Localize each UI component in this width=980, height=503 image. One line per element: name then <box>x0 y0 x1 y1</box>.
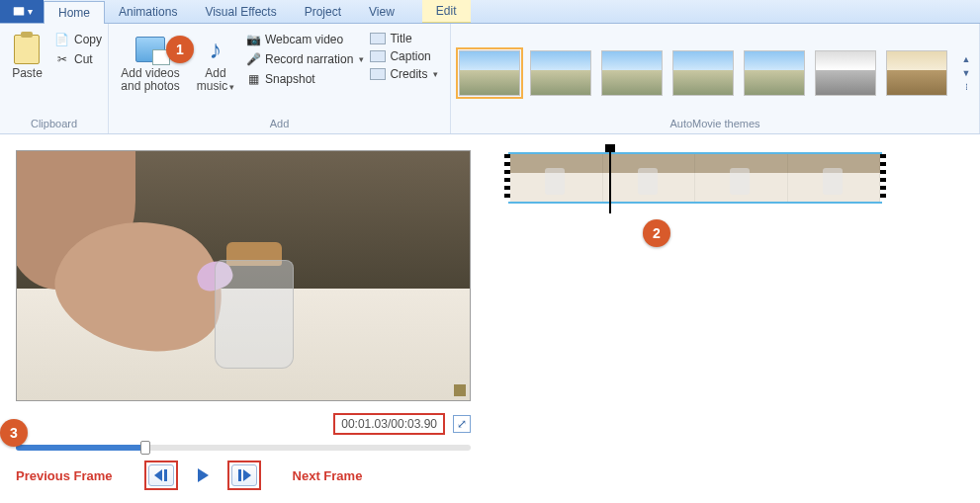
add-music-button[interactable]: ♪ Add music <box>192 28 239 94</box>
timeline-playhead[interactable] <box>609 146 611 213</box>
seek-thumb[interactable] <box>140 441 150 455</box>
automovie-theme-3[interactable] <box>601 50 663 96</box>
automovie-theme-5[interactable] <box>744 50 805 96</box>
automovie-theme-4[interactable] <box>672 50 734 96</box>
automovie-theme-1[interactable] <box>459 50 520 96</box>
add-videos-icon <box>134 34 166 65</box>
credits-icon <box>370 68 386 80</box>
clip-frame <box>788 154 881 202</box>
caption-icon <box>370 50 386 62</box>
automovie-theme-6[interactable] <box>815 50 876 96</box>
tab-view[interactable]: View <box>355 0 408 23</box>
work-area: 00:01.03/00:03.90 ⤢ 3 Previous Frame <box>0 134 980 503</box>
tab-home[interactable]: Home <box>44 1 105 24</box>
gallery-up-icon[interactable]: ▲ <box>957 54 975 64</box>
play-icon <box>195 467 211 483</box>
play-button[interactable] <box>188 464 218 486</box>
paste-label: Paste <box>12 67 43 80</box>
next-frame-button[interactable] <box>231 464 257 486</box>
add-videos-label-2: and photos <box>121 80 179 93</box>
next-frame-highlight <box>227 461 261 490</box>
time-display: 00:01.03/00:03.90 <box>333 413 445 435</box>
add-group-label: Add <box>109 116 450 133</box>
cut-button[interactable]: ✂ Cut <box>54 51 102 67</box>
clip-frame <box>510 154 603 202</box>
annotation-badge-3: 3 <box>0 419 28 447</box>
seek-slider[interactable] <box>16 445 471 451</box>
add-music-label-2: music <box>197 80 234 94</box>
caption-button[interactable]: Caption <box>370 49 439 63</box>
svg-rect-2 <box>238 469 241 481</box>
webcam-label: Webcam video <box>265 33 343 46</box>
step-back-icon <box>154 469 168 481</box>
gallery-more-icon[interactable]: ⁞ <box>957 82 975 92</box>
clip-frame <box>603 154 696 202</box>
video-preview[interactable] <box>16 150 471 401</box>
menu-bar: ▾ Home Animations Visual Effects Project… <box>0 0 980 24</box>
previous-frame-label: Previous Frame <box>16 468 113 483</box>
app-menu-button[interactable]: ▾ <box>0 0 44 23</box>
title-button[interactable]: Title <box>370 32 439 45</box>
snapshot-button[interactable]: ▦ Snapshot <box>245 71 364 87</box>
note-icon <box>454 384 466 396</box>
prev-frame-highlight <box>144 461 178 490</box>
clipboard-group-label: Clipboard <box>0 116 108 133</box>
caption-label: Caption <box>390 49 430 63</box>
gallery-down-icon[interactable]: ▼ <box>957 68 975 78</box>
record-label: Record narration <box>265 52 353 66</box>
svg-rect-1 <box>164 469 167 481</box>
paste-button[interactable]: Paste <box>6 28 48 80</box>
webcam-button[interactable]: 📷 Webcam video <box>245 32 364 47</box>
timeline-clip[interactable] <box>508 152 882 204</box>
music-icon: ♪ <box>200 34 231 65</box>
credits-label: Credits <box>390 67 427 81</box>
fullscreen-button[interactable]: ⤢ <box>453 415 471 433</box>
tab-project[interactable]: Project <box>291 0 355 23</box>
title-label: Title <box>390 32 411 45</box>
gallery-scroll[interactable]: ▲ ▼ ⁞ <box>957 30 975 116</box>
copy-label: Copy <box>74 33 102 46</box>
step-forward-icon <box>237 469 251 481</box>
svg-rect-0 <box>13 7 24 15</box>
record-narration-button[interactable]: 🎤 Record narration <box>245 51 364 67</box>
tab-visual-effects[interactable]: Visual Effects <box>191 0 290 23</box>
ribbon: Paste 📄 Copy ✂ Cut Clipboard 1 Add video… <box>0 24 980 134</box>
automovie-theme-2[interactable] <box>530 50 591 96</box>
cut-icon: ✂ <box>54 51 70 67</box>
snapshot-label: Snapshot <box>265 72 315 86</box>
copy-button[interactable]: 📄 Copy <box>54 32 102 47</box>
copy-icon: 📄 <box>54 32 70 47</box>
title-icon <box>370 33 386 44</box>
previous-frame-button[interactable] <box>148 464 174 486</box>
tab-animations[interactable]: Animations <box>105 0 191 23</box>
next-frame-label: Next Frame <box>293 468 363 483</box>
credits-button[interactable]: Credits <box>370 67 439 81</box>
snapshot-icon: ▦ <box>245 71 261 87</box>
annotation-badge-1: 1 <box>166 36 194 63</box>
cut-label: Cut <box>74 52 93 66</box>
automovie-group-label: AutoMovie themes <box>451 116 979 133</box>
annotation-badge-2: 2 <box>643 219 670 247</box>
paste-icon <box>11 34 43 65</box>
automovie-theme-7[interactable] <box>886 50 947 96</box>
webcam-icon: 📷 <box>245 32 261 47</box>
tab-edit[interactable]: Edit <box>422 0 471 23</box>
clip-frame <box>695 154 788 202</box>
mic-icon: 🎤 <box>245 51 261 67</box>
